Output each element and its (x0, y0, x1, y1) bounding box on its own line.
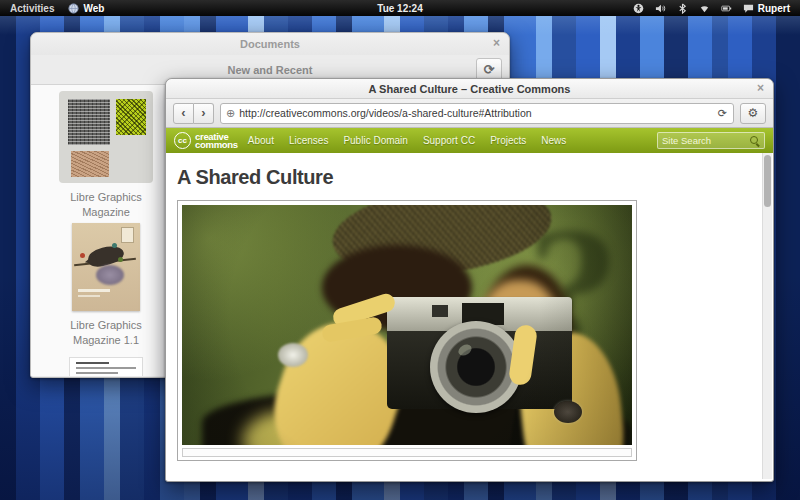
document-label: Libre Graphics Magazine (51, 190, 161, 220)
cover-flower-green (118, 257, 123, 262)
cc-site-navbar: cc creative commons About Licenses Publi… (166, 128, 773, 153)
close-icon[interactable]: × (757, 81, 764, 95)
documents-window-title: Documents (240, 38, 300, 50)
documents-toolbar-title: New and Recent (228, 64, 313, 76)
video-controls-bar[interactable] (182, 448, 632, 457)
document-thumbnail-cover (72, 223, 140, 311)
document-item-libre-graphics-magazine-1-1[interactable]: Libre Graphics Magazine 1.1 (31, 223, 181, 348)
cc-logo-line2: commons (195, 141, 238, 149)
page-scrollbar[interactable] (762, 153, 772, 479)
nav-link-licenses[interactable]: Licenses (289, 135, 328, 146)
cover-nest (96, 265, 124, 285)
site-search-box[interactable] (657, 132, 765, 149)
address-bar[interactable]: ⊕ ⟳ (220, 103, 734, 124)
nav-link-support-cc[interactable]: Support CC (423, 135, 475, 146)
user-menu-label: Rupert (758, 3, 790, 14)
nav-link-projects[interactable]: Projects (490, 135, 526, 146)
chat-bubble-icon (743, 3, 754, 14)
document-item-partial[interactable] (69, 357, 143, 376)
cover-subtitle-line (78, 295, 100, 297)
close-icon[interactable]: × (493, 36, 500, 50)
forward-icon: › (201, 105, 205, 120)
app-menu-label: Web (83, 3, 104, 14)
app-menu[interactable]: Web (68, 3, 104, 14)
document-item-libre-graphics-magazine[interactable]: Libre Graphics Magazine (31, 91, 181, 220)
refresh-icon: ⟳ (484, 62, 495, 77)
accessibility-icon[interactable] (633, 3, 644, 14)
back-icon: ‹ (181, 105, 185, 120)
page-header: A Shared Culture (166, 153, 773, 198)
site-search-input[interactable] (658, 135, 749, 146)
url-input[interactable] (239, 107, 712, 119)
browser-window-title: A Shared Culture – Creative Commons (369, 83, 571, 95)
gnome-top-bar: Activities Web Tue 12:24 Rupert (0, 0, 800, 16)
history-nav-group: ‹ › (173, 103, 214, 124)
photo-vignette (182, 205, 632, 445)
browser-viewport: cc creative commons About Licenses Publi… (166, 128, 773, 480)
page-menu-button[interactable]: ⚙ (740, 103, 766, 124)
reload-icon[interactable]: ⟳ (718, 107, 727, 120)
cover-title-line (78, 289, 110, 292)
collage-image-text (68, 99, 110, 145)
volume-icon[interactable] (655, 3, 666, 14)
desktop: Documents × New and Recent ⟳ Libre Graph… (0, 0, 800, 500)
clock[interactable]: Tue 12:24 (377, 3, 422, 14)
scrollbar-thumb[interactable] (764, 155, 771, 207)
collage-image-green (116, 99, 146, 135)
battery-icon[interactable] (721, 3, 732, 14)
cc-logo-icon: cc (174, 132, 191, 149)
bluetooth-icon[interactable] (677, 3, 688, 14)
back-button[interactable]: ‹ (173, 103, 194, 124)
video-embed[interactable]: ? (177, 200, 637, 461)
forward-button[interactable]: › (194, 103, 214, 124)
browser-titlebar[interactable]: A Shared Culture – Creative Commons × (166, 79, 773, 99)
browser-toolbar: ‹ › ⊕ ⟳ ⚙ (166, 99, 773, 128)
cover-flower-red (80, 253, 85, 258)
user-menu[interactable]: Rupert (743, 3, 790, 14)
globe-icon: ⊕ (226, 107, 235, 120)
network-wifi-icon[interactable] (699, 3, 710, 14)
doc-text-line (76, 362, 109, 364)
documents-titlebar[interactable]: Documents × (31, 33, 509, 55)
document-thumbnail-collage (59, 91, 153, 183)
cc-logo-wordmark: creative commons (195, 133, 238, 149)
web-browser-window[interactable]: A Shared Culture – Creative Commons × ‹ … (165, 78, 774, 482)
doc-text-line (76, 367, 136, 369)
cc-logo[interactable]: cc creative commons (174, 132, 238, 149)
web-app-icon (68, 3, 79, 14)
activities-button[interactable]: Activities (10, 3, 54, 14)
cover-stamp (121, 227, 134, 243)
cover-flower-teal (112, 243, 117, 248)
document-label: Libre Graphics Magazine 1.1 (51, 318, 161, 348)
gear-icon: ⚙ (748, 106, 759, 120)
video-poster-photo[interactable]: ? (182, 205, 632, 445)
search-icon[interactable] (749, 135, 761, 147)
nav-link-news[interactable]: News (541, 135, 566, 146)
nav-link-about[interactable]: About (248, 135, 274, 146)
page-title: A Shared Culture (177, 166, 762, 189)
nav-link-public-domain[interactable]: Public Domain (343, 135, 407, 146)
collage-image-sketch (71, 151, 109, 177)
doc-text-line (76, 372, 118, 374)
cc-nav-links: About Licenses Public Domain Support CC … (248, 135, 566, 146)
